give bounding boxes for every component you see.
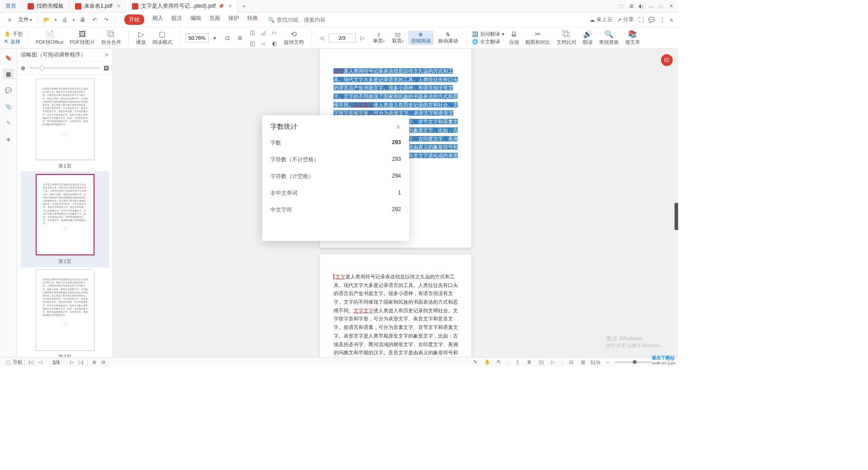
sb-last-icon[interactable]: ▷|	[76, 358, 85, 367]
new-tab-button[interactable]: +	[238, 3, 250, 9]
hamburger-icon[interactable]: ≡	[5, 15, 14, 25]
select-tool[interactable]: ⇱ 选择	[5, 38, 23, 45]
sb-nav-label[interactable]: 导航	[13, 359, 23, 366]
find-replace[interactable]: 🔍查找替换	[597, 30, 621, 46]
bookmark-icon[interactable]: 🔖	[3, 52, 14, 63]
highlighted-text[interactable]: 文字是人类用符号记录表达信息以传之久远的方式和工具。现代文字大多是记录语言的工具…	[334, 68, 458, 116]
tab-unnamed[interactable]: 未命名1.pdf✕	[70, 0, 127, 13]
minimize-icon[interactable]: —	[646, 2, 656, 11]
sb-hand-icon[interactable]: ✋	[483, 358, 492, 367]
sb-minus-icon[interactable]: ⊖	[99, 358, 108, 367]
doc-text[interactable]: 是人类用符号记录表达信息以传之久远的方式和工具。现代文字大多是记录语言的工具。人…	[334, 274, 458, 313]
compress[interactable]: ⇊压缩	[507, 30, 521, 46]
read-mode[interactable]: ▢阅读模式	[151, 30, 174, 46]
read-aloud[interactable]: 🔊朗读	[581, 30, 594, 46]
share-button[interactable]: ↗ 分享	[617, 16, 634, 24]
sb-fitw-icon[interactable]: ⊞	[579, 358, 588, 367]
prev-page-icon[interactable]: ◁	[317, 33, 327, 43]
tab-current[interactable]: 文字是人类用符号记...pted).pdf📌✕	[127, 0, 238, 13]
open-dd[interactable]: ▾	[53, 15, 58, 25]
collapse-icon[interactable]: ∧	[670, 17, 674, 23]
thumb-size-slider[interactable]	[29, 67, 100, 69]
sb-zoom-slider[interactable]	[615, 362, 651, 363]
close-window-icon[interactable]: ✕	[666, 2, 675, 11]
thumbnail-icon[interactable]: ▦	[3, 69, 14, 80]
doc-text[interactable]: 使人类进入有历史记录的文明社会。文字按字音和字形，可分为表形文字、表音文字和意音…	[334, 308, 458, 357]
sb-two-icon[interactable]: ▯▯	[537, 358, 546, 367]
side-handle[interactable]	[675, 203, 678, 230]
sb-play-icon[interactable]: ▷	[548, 358, 557, 367]
close-icon[interactable]: ✕	[228, 4, 232, 9]
tool2-icon[interactable]: ◿	[259, 28, 269, 38]
souwen[interactable]: 📚搜文库	[623, 30, 642, 46]
zoom-input[interactable]	[185, 33, 209, 42]
sb-first-icon[interactable]: |◁	[27, 358, 36, 367]
thumbnail-2[interactable]: 文字是人类用符号记录表达信息以传之久远的方式和工具。现代文字大多是记录语言的工具…	[21, 171, 109, 268]
stamp-tool-icon[interactable]: 印	[661, 54, 673, 66]
sb-panel-icon[interactable]: ▢	[4, 358, 13, 367]
page-input[interactable]	[329, 33, 356, 42]
mark-translate[interactable]: 🔤 划词翻译 ▾	[472, 31, 505, 38]
next-page-icon[interactable]: ▷	[358, 33, 368, 43]
close-panel-icon[interactable]: ✕	[104, 52, 109, 58]
tool4-icon[interactable]: ◰	[248, 38, 258, 48]
ribbon-edit[interactable]: 编辑	[190, 14, 201, 25]
grid-icon[interactable]: ⊞	[627, 2, 636, 11]
sb-note-icon[interactable]: ✎	[471, 358, 480, 367]
pdf-to-image[interactable]: 🖼PDF转图片	[68, 30, 97, 46]
zoom-dd[interactable]: ▾	[210, 33, 220, 43]
open-icon[interactable]: 📂	[42, 15, 52, 25]
sb-fit-icon[interactable]: ⊡	[567, 358, 576, 367]
ribbon-convert[interactable]: 转换	[247, 14, 258, 25]
comment-icon[interactable]: 💬	[3, 85, 14, 96]
play[interactable]: ▷播放	[134, 30, 148, 46]
redo-icon[interactable]: ↷	[101, 15, 111, 25]
split-icon[interactable]: ⬚	[617, 2, 626, 11]
print-dd[interactable]: ▾	[71, 15, 76, 25]
fitpage-icon[interactable]: ⊡	[222, 33, 232, 43]
signature-icon[interactable]: ✎	[3, 118, 14, 128]
ribbon-review[interactable]: 批注	[171, 14, 182, 25]
fullscreen-icon[interactable]: ⛶	[638, 17, 644, 23]
tool3-icon[interactable]: ▭	[269, 28, 279, 38]
sb-zoom-out-icon[interactable]: −	[603, 358, 612, 367]
pdf-to-office[interactable]: 📄PDF转Office	[34, 30, 66, 46]
attachment-icon[interactable]: 📎	[3, 101, 14, 112]
sb-single-icon[interactable]: ▯	[513, 358, 522, 367]
maximize-icon[interactable]: □	[656, 2, 665, 11]
ribbon-page[interactable]: 页面	[209, 14, 220, 25]
tab-home[interactable]: 首页	[0, 0, 22, 13]
ribbon-insert[interactable]: 插入	[152, 14, 163, 25]
dialog-close-icon[interactable]: ✕	[396, 123, 401, 131]
undo-icon[interactable]: ↶	[90, 15, 99, 25]
close-icon[interactable]: ✕	[117, 4, 121, 9]
tool1-icon[interactable]: ◫	[248, 28, 258, 38]
user-icon[interactable]: ◐	[637, 2, 646, 11]
ribbon-protect[interactable]: 保护	[228, 14, 239, 25]
auto-scroll[interactable]: ⇅自动滚动	[435, 31, 461, 45]
add-page-icon[interactable]: ⊕	[21, 65, 25, 71]
more-icon[interactable]: ⋮	[660, 17, 665, 23]
search-input[interactable]	[277, 17, 340, 23]
sb-prev-icon[interactable]: ◁	[36, 358, 45, 367]
tool6-icon[interactable]: ◐	[269, 38, 279, 48]
ribbon-start[interactable]: 开始	[124, 14, 144, 25]
sb-select-icon[interactable]: ⇱	[495, 358, 504, 367]
file-compare[interactable]: ⿻文档比对	[555, 30, 578, 46]
slider-knob[interactable]	[633, 360, 637, 364]
continuous[interactable]: ≣连续阅读	[408, 31, 434, 45]
chat-icon[interactable]: 💬	[648, 17, 655, 23]
sb-next-icon[interactable]: ▷	[67, 358, 76, 367]
search-box[interactable]: 🔍	[268, 17, 340, 23]
two-page[interactable]: ▯▯双页▾	[389, 31, 406, 45]
file-menu[interactable]: 文件▾	[16, 15, 34, 24]
slider-knob[interactable]	[40, 66, 44, 70]
sb-plus-icon[interactable]: ⊕	[90, 358, 99, 367]
thumbnail-1[interactable]: 文字是人类用符号记录表达信息以传之久远的方式和工具。现代文字大多是记录语言的工具…	[21, 79, 109, 169]
rotate[interactable]: ⟲旋转文档	[282, 30, 306, 46]
screenshot-compare[interactable]: ✂截图和对比	[524, 30, 552, 46]
single-page[interactable]: ▯单页▾	[370, 31, 387, 45]
print-icon[interactable]: 🖨	[60, 15, 70, 25]
layers-icon[interactable]: ◈	[3, 134, 14, 145]
picture-icon[interactable]: 🖼	[104, 65, 109, 71]
